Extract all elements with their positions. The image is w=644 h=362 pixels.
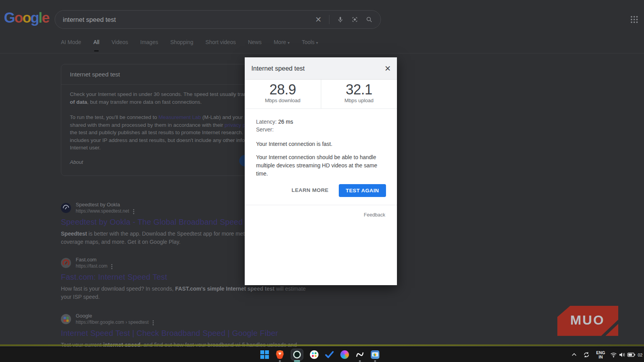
- result-site-name[interactable]: Speedtest by Ookla: [76, 202, 134, 208]
- search-result: Speedtest by Ooklahttps://www.speedtest.…: [61, 202, 260, 246]
- copilot-icon: [340, 350, 349, 359]
- learn-more-button[interactable]: LEARN MORE: [292, 186, 329, 194]
- speed-test-dialog: Internet speed test × 28.9 Mbps download…: [245, 57, 397, 285]
- google-logo-letter: l: [39, 10, 42, 26]
- muo-watermark: MUO: [557, 306, 618, 336]
- text-line: How fast is your download speed? In seco…: [61, 285, 306, 293]
- result-site-name[interactable]: Google: [76, 313, 154, 319]
- battery-icon[interactable]: [627, 347, 635, 362]
- tab-more[interactable]: More▾: [274, 39, 290, 50]
- tab-all[interactable]: All: [93, 39, 100, 50]
- text-line: your ISP speed.: [61, 293, 306, 301]
- google-apps-icon[interactable]: [631, 16, 638, 23]
- start-button-icon: [260, 350, 269, 359]
- clear-search-icon[interactable]: ✕: [315, 16, 322, 23]
- result-snippet: Speedtest is better with the app. Downlo…: [61, 230, 260, 246]
- upload-label: Mbps upload: [321, 98, 397, 103]
- muo-watermark-text: MUO: [570, 312, 605, 328]
- tab-shopping[interactable]: Shopping: [170, 39, 193, 50]
- language-line1: ENG: [596, 351, 605, 355]
- test-again-button[interactable]: TEST AGAIN: [339, 184, 386, 197]
- brave-browser-icon: [276, 350, 284, 359]
- taskbar-media-app-icon[interactable]: [370, 347, 380, 362]
- desktop-screen: Google internet speed test ✕ AI ModeAllV…: [0, 0, 644, 362]
- taskbar-notion-calendar-icon[interactable]: [355, 347, 365, 362]
- search-input[interactable]: internet speed test: [63, 16, 315, 23]
- verdict-text: Your Internet connection is fast.: [256, 140, 386, 148]
- tab-news[interactable]: News: [248, 39, 262, 50]
- result-title-link[interactable]: Internet Speed Test | Check Broadband Sp…: [61, 329, 297, 338]
- taskbar-microsoft-todo-icon[interactable]: [325, 347, 334, 362]
- tabs-divider: [0, 53, 644, 53]
- tray-chevron-icon[interactable]: [571, 347, 577, 362]
- slack-icon: [310, 350, 318, 359]
- result-menu-icon[interactable]: [153, 320, 154, 321]
- result-url[interactable]: https://fast.com: [76, 263, 107, 269]
- upload-value: 32.1: [321, 82, 397, 97]
- latency-label: Latency:: [256, 119, 277, 125]
- google-logo: Google: [4, 10, 49, 26]
- result-menu-icon[interactable]: [111, 264, 112, 265]
- search-bar[interactable]: internet speed test ✕: [55, 10, 381, 29]
- lens-icon[interactable]: [351, 16, 358, 23]
- taskbar-start-button-icon[interactable]: [260, 347, 269, 362]
- search-divider: [329, 15, 329, 24]
- google-logo-letter: g: [30, 10, 39, 26]
- taskbar-copilot-icon[interactable]: [340, 347, 349, 362]
- microsoft-todo-icon: [325, 350, 334, 359]
- text-line: Speedtest is better with the app. Downlo…: [61, 230, 260, 238]
- page-bottom-highlight: [0, 344, 644, 346]
- opera-browser-icon: [291, 349, 303, 360]
- server-label: Server:: [256, 126, 386, 134]
- language-indicator[interactable]: ENG IN: [595, 347, 607, 362]
- upload-result: 32.1 Mbps upload: [321, 80, 397, 108]
- tab-images[interactable]: Images: [140, 39, 158, 50]
- result-title-link[interactable]: Speedtest by Ookla - The Global Broadban…: [61, 218, 260, 227]
- search-tabs: AI ModeAllVideosImagesShoppingShort vide…: [61, 39, 318, 50]
- ookla-favicon: [61, 203, 71, 213]
- about-link[interactable]: About: [70, 159, 83, 165]
- latency-value: 26 ms: [278, 119, 293, 125]
- result-snippet: How fast is your download speed? In seco…: [61, 285, 306, 301]
- chevron-down-icon: ▾: [288, 41, 290, 45]
- download-result: 28.9 Mbps download: [245, 80, 321, 108]
- tab-short-videos[interactable]: Short videos: [205, 39, 236, 50]
- volume-icon[interactable]: [619, 347, 626, 362]
- download-label: Mbps download: [245, 98, 321, 103]
- google-logo-letter: o: [14, 10, 23, 26]
- latency-line: Latency: 26 ms: [256, 118, 386, 126]
- taskbar: ENG IN 02: [0, 347, 644, 362]
- taskbar-brave-browser-icon[interactable]: [275, 347, 285, 362]
- media-app-icon: [371, 350, 379, 359]
- fast-favicon: [61, 258, 71, 268]
- text-line: coverage maps, and more. Get it on Googl…: [61, 238, 260, 246]
- chevron-down-icon: ▾: [316, 41, 318, 45]
- search-icon[interactable]: [366, 16, 373, 23]
- search-result: Googlehttps://fiber.google.com › speedte…: [61, 313, 297, 349]
- mic-icon[interactable]: [337, 16, 344, 23]
- google-logo-letter: e: [42, 10, 49, 26]
- clock[interactable]: 02: [638, 347, 642, 362]
- google-logo-letter: o: [22, 10, 30, 26]
- notion-calendar-icon: [355, 350, 365, 359]
- close-icon[interactable]: ×: [385, 64, 391, 73]
- result-site-name[interactable]: Fast.com: [76, 257, 112, 263]
- tab-videos[interactable]: Videos: [112, 39, 128, 50]
- dialog-title: Internet speed test: [251, 65, 305, 72]
- inline-link[interactable]: Measurement Lab: [158, 114, 201, 120]
- feedback-link[interactable]: Feedback: [256, 205, 386, 219]
- taskbar-opera-browser-icon[interactable]: [290, 347, 304, 362]
- google-logo-letter: G: [4, 10, 14, 26]
- result-menu-icon[interactable]: [133, 209, 134, 210]
- language-line2: IN: [599, 355, 603, 359]
- wifi-icon[interactable]: [610, 347, 617, 362]
- tab-tools[interactable]: Tools▾: [302, 39, 318, 50]
- description-text: Your Internet connection should be able …: [256, 153, 388, 178]
- download-value: 28.9: [245, 82, 321, 97]
- result-url[interactable]: https://www.speedtest.net: [76, 208, 129, 214]
- google-favicon: [61, 314, 71, 324]
- taskbar-slack-icon[interactable]: [310, 347, 319, 362]
- tab-ai-mode[interactable]: AI Mode: [61, 39, 81, 50]
- result-url[interactable]: https://fiber.google.com › speedtest: [76, 319, 149, 325]
